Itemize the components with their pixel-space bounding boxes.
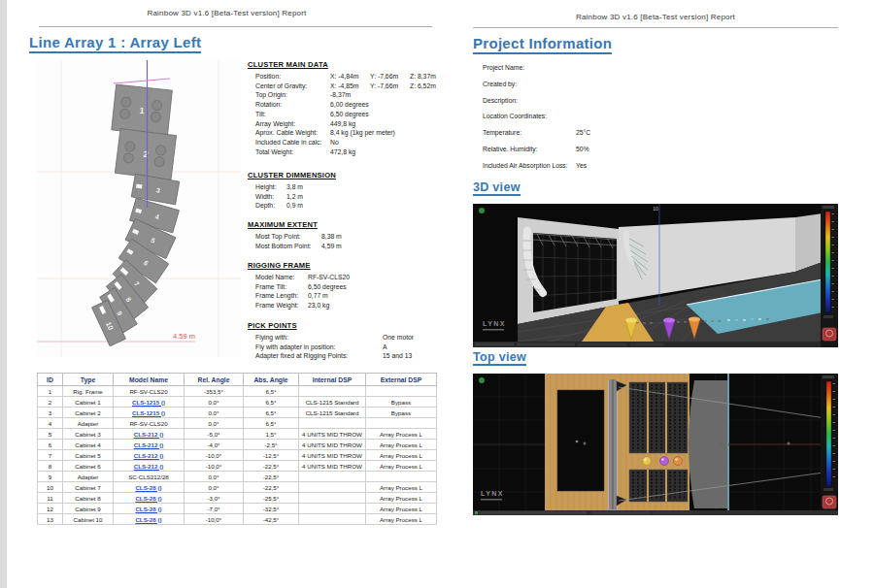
info-row: Height:3,8 m — [255, 182, 450, 192]
field-value: 25°C — [576, 129, 590, 136]
info-label: Flying with: — [255, 333, 383, 343]
info-row: Total Weight:472,8 kg — [255, 147, 450, 157]
info-row: Frame Tilt:6,50 degrees — [255, 282, 450, 292]
cell-external-dsp: Array Process L — [366, 429, 437, 440]
cell-internal-dsp: CLS-1215 Standard — [299, 397, 366, 408]
cell-external-dsp — [366, 386, 437, 397]
table-row: 4AdapterRF-SV-CLS200,0°6,5° — [38, 418, 437, 429]
cell-id: 7 — [38, 450, 63, 461]
info-row: Most Bottom Point:4,59 m — [255, 242, 450, 251]
cell-model: CLS-1215 () — [114, 408, 185, 418]
listener-ball-yellow — [643, 457, 652, 466]
cell-external-dsp — [366, 418, 437, 429]
array-cabinet-table: IDTypeModel NameRel. AngleAbs. AngleInte… — [37, 373, 437, 525]
info-value: 472,8 kg — [330, 147, 370, 157]
cell-type: Cabinet 8 — [63, 493, 114, 504]
cell-rel-angle: 0,0° — [185, 408, 244, 418]
info-value: Z: 6,52m — [410, 82, 450, 91]
cell-type: Cabinet 6 — [63, 461, 114, 472]
info-row: Fly with adapter in position:A — [255, 343, 450, 352]
model-name-link[interactable]: CLS-212 () — [134, 463, 164, 470]
model-name-link[interactable]: CLS-212 () — [134, 441, 164, 448]
cell-external-dsp: Array Process L — [366, 504, 437, 514]
info-row: Model Name:RF-SV-CLS20 — [255, 273, 450, 282]
cell-external-dsp: Array Process L — [366, 493, 437, 504]
info-value: 1,2 m — [286, 192, 303, 202]
model-name-link[interactable]: CLS-212 () — [134, 452, 164, 459]
cell-abs-angle: 6,5° — [244, 418, 299, 429]
spl-scale-panel — [821, 204, 838, 347]
info-value: 6,50 degrees — [308, 282, 347, 292]
info-label: Top Origin: — [255, 90, 330, 100]
cell-id: 9 — [38, 472, 63, 482]
cell-internal-dsp: 4 UNITS MID THROW — [299, 429, 366, 440]
cell-internal-dsp: 4 UNITS MID THROW — [299, 440, 366, 450]
cell-model: RF-SV-CLS20 — [114, 386, 185, 397]
dimension-label: 4.59 m — [173, 332, 195, 341]
info-label: Adapter fixed at Rigging Points: — [255, 351, 383, 361]
cell-id: 11 — [38, 493, 63, 504]
cell-type: Adapter — [63, 418, 114, 429]
field-label: Location Coordinates: — [483, 113, 576, 119]
cell-internal-dsp — [299, 472, 366, 482]
cell-rel-angle: -10,0° — [185, 450, 244, 461]
project-field: Included Air Absorption Loss:Yes — [483, 162, 803, 179]
table-row: 9AdapterSC-CLS212/280,0°-22,5° — [38, 472, 437, 482]
info-label: Width: — [255, 192, 286, 202]
model-name-link[interactable]: CLS-28 () — [135, 495, 161, 502]
field-value: 50% — [576, 146, 589, 152]
info-label: Frame Weight: — [255, 301, 308, 310]
info-row: Array Weight:449,8 kg — [255, 119, 450, 129]
info-label: Fly with adapter in position: — [255, 343, 383, 352]
audience-block-lower — [629, 470, 688, 502]
model-name-link[interactable]: CLS-28 () — [135, 516, 161, 523]
table-row: 12Cabinet 9CLS-28 ()-7,0°-32,5°Array Pro… — [38, 504, 437, 514]
field-label: Project Name: — [483, 64, 576, 71]
cell-type: Cabinet 7 — [63, 482, 114, 493]
info-row: Rotation:6,00 degrees — [255, 100, 450, 110]
column-header: ID — [38, 374, 63, 386]
cell-external-dsp: Array Process L — [366, 440, 437, 450]
info-value: 3,8 m — [286, 182, 303, 192]
info-label: Tilt: — [255, 110, 330, 119]
model-name-link[interactable]: CLS-28 () — [135, 506, 161, 512]
info-label: Center of Gravity: — [255, 82, 330, 91]
proscenium-strip — [608, 379, 618, 509]
cell-type: Cabinet 3 — [63, 429, 114, 440]
cell-external-dsp: Array Process L — [366, 482, 437, 493]
cell-internal-dsp — [299, 493, 366, 504]
info-value: One motor — [383, 333, 414, 343]
cabinet-1: 1 — [112, 84, 173, 136]
model-name-link[interactable]: CLS-1215 () — [132, 399, 165, 406]
watermark-subline — [483, 329, 504, 331]
cabinet-number: 1 — [139, 106, 145, 115]
section-title: MAXIMUM EXTENT — [248, 220, 450, 229]
cell-internal-dsp — [299, 504, 366, 514]
cell-external-dsp: Bypass — [366, 397, 437, 408]
table-row: 10Cabinet 7CLS-28 ()0,0°-22,5°Array Proc… — [38, 482, 437, 493]
cell-external-dsp: Bypass — [366, 408, 437, 418]
cell-internal-dsp: CLS-1215 Standard — [299, 408, 366, 418]
cell-rel-angle: -353,5° — [185, 386, 244, 397]
model-name-link[interactable]: CLS-1215 () — [132, 409, 165, 416]
color-scale-bar — [825, 212, 830, 312]
table-row: 6Cabinet 4CLS-212 ()-4,0°-2,5°4 UNITS MI… — [38, 440, 437, 450]
project-field: Relative. Humidity:50% — [483, 146, 803, 162]
project-field: Description: — [483, 97, 803, 114]
info-row: Width:1,2 m — [255, 192, 450, 202]
top-view-image: LYNX — [473, 374, 838, 515]
model-name-link[interactable]: CLS-212 () — [134, 431, 164, 438]
spl-scale-panel-top — [821, 374, 838, 515]
field-label: Created by: — [483, 81, 576, 87]
cell-abs-angle: 6,5° — [244, 386, 299, 397]
info-section: MAXIMUM EXTENTMost Top Point:8,38 mMost … — [255, 220, 450, 250]
info-section: RIGGING FRAMEModel Name:RF-SV-CLS20Frame… — [255, 261, 450, 310]
model-name-link[interactable]: CLS-28 () — [135, 484, 161, 491]
info-row: Top Origin:-8,37m — [255, 90, 450, 100]
cell-type: Cabinet 5 — [63, 450, 114, 461]
section-title: PICK POINTS — [248, 321, 450, 330]
info-label: Position: — [255, 72, 330, 82]
lynx-watermark: LYNX — [481, 490, 504, 497]
field-label: Relative. Humidity: — [483, 146, 576, 152]
project-field: Created by: — [483, 81, 803, 97]
